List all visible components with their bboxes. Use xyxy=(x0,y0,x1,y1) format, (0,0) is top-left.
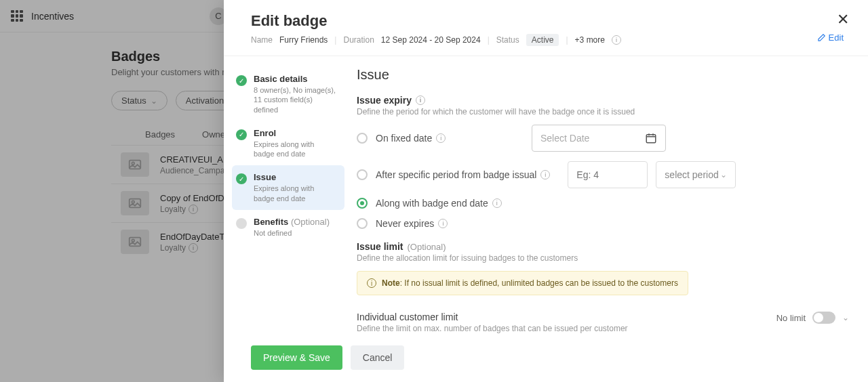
meta-row: Name Furry Friends | Duration 12 Sep 202… xyxy=(251,34,841,46)
issue-limit-desc: Define the allocation limit for issuing … xyxy=(357,253,849,263)
panel-footer: Preview & Save Cancel xyxy=(224,336,868,382)
date-picker[interactable]: Select Date xyxy=(532,125,666,152)
issue-expiry-label: Issue expiry xyxy=(357,95,412,106)
issue-expiry-desc: Define the period for which the customer… xyxy=(357,107,849,116)
radio-input[interactable] xyxy=(357,198,368,209)
close-button[interactable]: ✕ xyxy=(837,11,849,28)
meta-duration-label: Duration xyxy=(343,35,374,45)
radio-input[interactable] xyxy=(357,218,368,229)
step-enrol[interactable]: EnrolExpires along with badge end date xyxy=(232,121,344,166)
panel-title: Edit badge xyxy=(251,12,841,30)
meta-name-label: Name xyxy=(251,35,273,45)
info-icon[interactable]: i xyxy=(540,170,550,179)
individual-limit-desc: Define the limit on max. number of badge… xyxy=(357,324,628,333)
chevron-down-icon[interactable]: ⌄ xyxy=(842,313,849,322)
calendar-icon xyxy=(645,132,657,144)
radio-input[interactable] xyxy=(357,133,368,144)
step-issue[interactable]: IssueExpires along with badge end date xyxy=(232,165,344,210)
meta-name-value: Furry Friends xyxy=(279,35,328,45)
info-icon: i xyxy=(367,278,376,288)
meta-status-label: Status xyxy=(496,35,519,45)
period-number-input[interactable] xyxy=(568,161,648,188)
info-icon[interactable]: i xyxy=(438,219,448,228)
edit-badge-panel: Edit badge Name Furry Friends | Duration… xyxy=(224,0,868,382)
note-box: i Note: If no issual limit is defined, u… xyxy=(357,271,688,295)
edit-link[interactable]: Edit xyxy=(816,33,844,43)
individual-limit-title: Individual customer limit xyxy=(357,312,628,322)
period-unit-select[interactable]: select period⌄ xyxy=(656,161,736,188)
individual-limit-toggle[interactable] xyxy=(812,312,835,324)
radio-input[interactable] xyxy=(357,169,368,180)
pending-icon xyxy=(236,218,247,229)
meta-duration-value: 12 Sep 2024 - 20 Sep 2024 xyxy=(381,35,481,45)
radio-along-end-date[interactable]: Along with badge end datei xyxy=(357,198,849,209)
issue-expiry-block: Issue expiryi Define the period for whic… xyxy=(357,95,849,229)
check-icon xyxy=(236,173,247,184)
section-heading: Issue xyxy=(357,67,849,83)
no-limit-label: No limit xyxy=(776,313,806,323)
check-icon xyxy=(236,75,247,86)
step-benefits[interactable]: Benefits (Optional)Not defined xyxy=(232,210,344,245)
radio-fixed-date[interactable]: On fixed datei Select Date xyxy=(357,125,849,152)
svg-rect-6 xyxy=(646,135,656,143)
info-icon[interactable]: i xyxy=(612,35,621,45)
radio-after-period[interactable]: After specific period from badge issuali… xyxy=(357,161,849,188)
info-icon[interactable]: i xyxy=(416,96,425,105)
step-basic-details[interactable]: Basic details8 owner(s), No image(s), 11… xyxy=(232,67,344,121)
cancel-button[interactable]: Cancel xyxy=(351,345,405,370)
main-form: Issue Issue expiryi Define the period fo… xyxy=(344,56,868,336)
radio-never-expires[interactable]: Never expiresi xyxy=(357,218,849,229)
issue-limit-label: Issue limit xyxy=(357,241,403,252)
preview-save-button[interactable]: Preview & Save xyxy=(251,345,342,370)
check-icon xyxy=(236,129,247,140)
step-nav: Basic details8 owner(s), No image(s), 11… xyxy=(224,56,344,336)
panel-body: Basic details8 owner(s), No image(s), 11… xyxy=(224,56,868,336)
info-icon[interactable]: i xyxy=(492,198,502,208)
info-icon[interactable]: i xyxy=(436,133,446,143)
individual-limit-row: Individual customer limit Define the lim… xyxy=(357,307,849,336)
status-badge: Active xyxy=(526,34,559,46)
issue-limit-block: Issue limit (Optional) Define the alloca… xyxy=(357,241,849,295)
meta-more[interactable]: +3 more xyxy=(575,35,605,45)
pencil-icon xyxy=(816,33,826,43)
chevron-down-icon: ⌄ xyxy=(720,170,727,179)
panel-header: Edit badge Name Furry Friends | Duration… xyxy=(224,0,868,56)
